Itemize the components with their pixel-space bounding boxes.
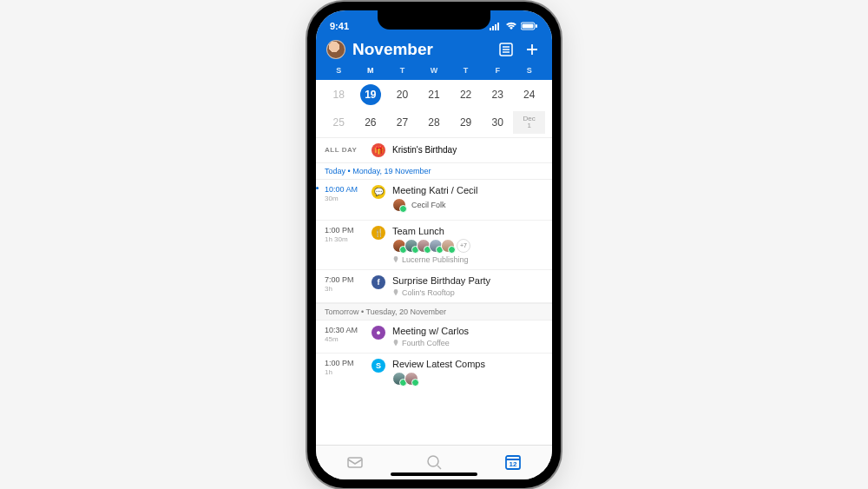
add-event-icon[interactable]: [523, 40, 542, 59]
home-indicator[interactable]: [391, 472, 477, 476]
pin-icon: [392, 289, 399, 296]
cal-day[interactable]: 28: [418, 111, 450, 134]
cal-day[interactable]: 29: [450, 111, 482, 134]
tab-mail[interactable]: [345, 453, 365, 472]
svg-text:12: 12: [509, 460, 516, 468]
pin-icon: [392, 340, 399, 347]
attendees: Cecil Folk: [392, 198, 543, 212]
event-row[interactable]: 1:00 PM1h S Review Latest Comps: [316, 354, 552, 393]
cal-day[interactable]: 30: [482, 111, 514, 134]
cal-day[interactable]: 24: [513, 83, 545, 106]
screen: 9:41 November S M T W T F S: [316, 10, 552, 479]
weekday-col: W: [418, 66, 450, 75]
all-day-row[interactable]: ALL DAY 🎁 Kristin's Birthday: [316, 137, 552, 162]
cal-day-selected[interactable]: 19: [355, 83, 387, 106]
wifi-icon: [505, 22, 517, 30]
event-time: 1:00 PM1h 30m: [325, 226, 365, 264]
food-icon: 🍴: [372, 226, 385, 240]
weekday-col: F: [482, 66, 514, 75]
svg-rect-5: [523, 23, 534, 28]
svg-rect-0: [490, 28, 491, 30]
skype-icon: S: [372, 359, 385, 373]
cal-day[interactable]: 18: [323, 83, 355, 106]
cal-day[interactable]: 20: [386, 83, 418, 106]
attendees: +7: [392, 239, 543, 253]
more-attendees: +7: [457, 239, 470, 253]
event-time: 7:00 PM3h: [325, 275, 365, 297]
event-row[interactable]: 10:30 AM45m ● Meeting w/ Carlos Fourth C…: [316, 320, 552, 354]
weekday-col: T: [450, 66, 482, 75]
chat-icon: 💬: [372, 185, 385, 199]
weekday-col: T: [386, 66, 418, 75]
cal-day[interactable]: 27: [386, 111, 418, 134]
event-title: Meeting Katri / Cecil: [392, 185, 543, 195]
svg-rect-1: [492, 26, 494, 30]
event-time: 1:00 PM1h: [325, 359, 365, 388]
weekday-col: M: [355, 66, 387, 75]
tab-calendar[interactable]: 12: [503, 453, 523, 472]
month-title[interactable]: November: [352, 40, 490, 59]
event-title: Review Latest Comps: [392, 359, 543, 369]
all-day-label: ALL DAY: [325, 146, 365, 154]
avatar: [441, 239, 455, 253]
event-title: Meeting w/ Carlos: [392, 326, 543, 336]
cal-day[interactable]: 21: [418, 83, 450, 106]
svg-point-14: [428, 456, 438, 466]
attendees: [392, 372, 543, 386]
agenda-view-icon[interactable]: [496, 40, 516, 59]
weekday-col: S: [323, 66, 355, 75]
event-row[interactable]: 10:00 AM30m 💬 Meeting Katri / Cecil Ceci…: [316, 180, 552, 221]
facebook-icon: f: [372, 275, 385, 289]
event-location: Fourth Coffee: [392, 339, 543, 347]
profile-avatar[interactable]: [326, 40, 345, 59]
event-title: Team Lunch: [392, 226, 543, 236]
phone-frame: 9:41 November S M T W T F S: [307, 2, 561, 488]
cal-day[interactable]: 22: [450, 83, 482, 106]
avatar: [404, 372, 418, 386]
pin-icon: [392, 256, 399, 263]
signal-icon: [490, 22, 502, 30]
dot-icon: ●: [372, 326, 385, 340]
svg-rect-2: [495, 24, 496, 30]
event-row[interactable]: 7:00 PM3h f Surprise Birthday Party Coli…: [316, 270, 552, 303]
calendar-grid: 18 19 20 21 22 23 24 25 26 27 28 29 30 D…: [316, 80, 552, 137]
weekday-row: S M T W T F S: [316, 64, 552, 80]
all-day-title: Kristin's Birthday: [392, 145, 457, 155]
svg-rect-13: [348, 458, 362, 467]
header: November: [316, 36, 552, 64]
battery-icon: [521, 22, 538, 30]
event-time: 10:30 AM45m: [325, 326, 365, 347]
svg-rect-6: [536, 24, 537, 28]
agenda-list[interactable]: Today • Monday, 19 November 10:00 AM30m …: [316, 162, 552, 445]
event-location: Colin's Rooftop: [392, 288, 543, 297]
section-header-tomorrow: Tomorrow • Tuesday, 20 November: [316, 303, 552, 320]
gift-icon: 🎁: [372, 143, 385, 157]
status-time: 9:41: [330, 21, 349, 31]
weekday-col: S: [513, 66, 545, 75]
cal-day[interactable]: 26: [355, 111, 387, 134]
cal-day-nextmonth[interactable]: Dec1: [513, 111, 545, 134]
section-header-today: Today • Monday, 19 November: [316, 162, 552, 180]
tab-search[interactable]: [424, 453, 444, 472]
event-time: 10:00 AM30m: [325, 185, 365, 215]
cal-day[interactable]: 25: [323, 111, 355, 134]
cal-day[interactable]: 23: [482, 83, 514, 106]
event-title: Surprise Birthday Party: [392, 275, 543, 286]
svg-rect-3: [497, 23, 499, 30]
notch: [378, 10, 490, 30]
event-location: Lucerne Publishing: [392, 255, 543, 264]
avatar: [392, 198, 406, 212]
svg-line-15: [437, 466, 441, 469]
event-row[interactable]: 1:00 PM1h 30m 🍴 Team Lunch +7: [316, 221, 552, 270]
